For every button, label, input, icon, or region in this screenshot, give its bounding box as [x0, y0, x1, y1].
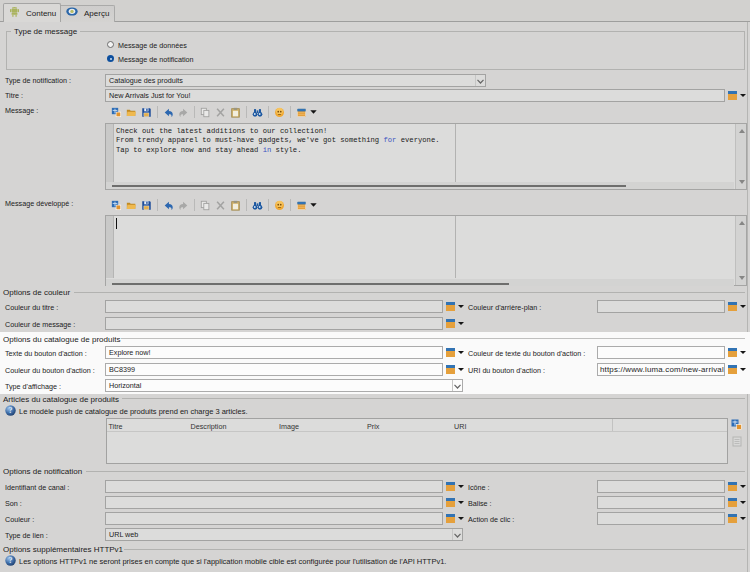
svg-text:?: ? — [9, 406, 13, 415]
svg-text:?: ? — [9, 556, 13, 565]
